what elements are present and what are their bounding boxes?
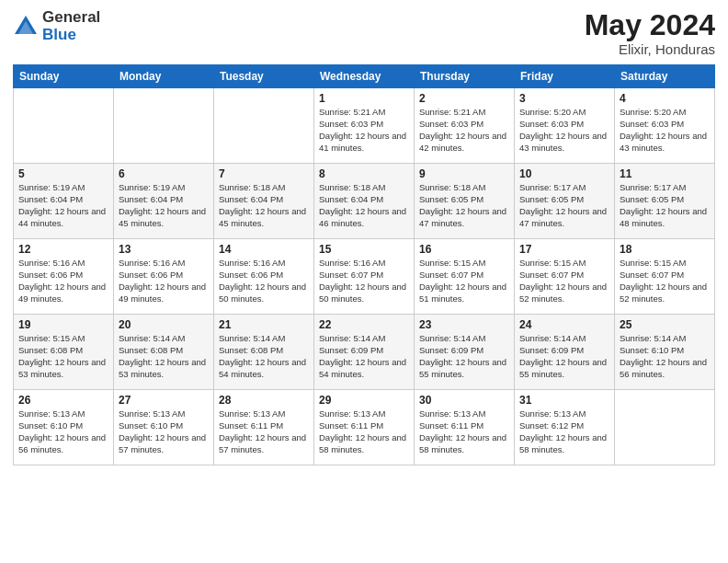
day-info: Sunrise: 5:14 AM Sunset: 6:09 PM Dayligh…	[419, 333, 509, 380]
day-number: 31	[519, 394, 609, 407]
day-info: Sunrise: 5:15 AM Sunset: 6:07 PM Dayligh…	[519, 258, 609, 304]
day-info: Sunrise: 5:15 AM Sunset: 6:07 PM Dayligh…	[419, 258, 509, 304]
table-row: 7Sunrise: 5:18 AM Sunset: 6:04 PM Daylig…	[214, 164, 314, 239]
table-row: 14Sunrise: 5:16 AM Sunset: 6:06 PM Dayli…	[214, 239, 314, 315]
day-info: Sunrise: 5:18 AM Sunset: 6:05 PM Dayligh…	[419, 182, 509, 229]
header-monday: Monday	[114, 65, 214, 88]
table-row: 24Sunrise: 5:14 AM Sunset: 6:09 PM Dayli…	[515, 315, 615, 390]
day-number: 12	[18, 243, 108, 256]
day-number: 30	[419, 394, 509, 407]
title-month: May 2024	[585, 9, 715, 41]
table-row: 8Sunrise: 5:18 AM Sunset: 6:04 PM Daylig…	[314, 164, 415, 239]
day-info: Sunrise: 5:15 AM Sunset: 6:08 PM Dayligh…	[18, 333, 108, 380]
table-row: 1Sunrise: 5:21 AM Sunset: 6:03 PM Daylig…	[314, 88, 415, 164]
logo-blue: Blue	[42, 27, 100, 44]
header-tuesday: Tuesday	[214, 65, 314, 88]
day-info: Sunrise: 5:20 AM Sunset: 6:03 PM Dayligh…	[519, 107, 609, 154]
table-row: 16Sunrise: 5:15 AM Sunset: 6:07 PM Dayli…	[415, 239, 515, 315]
day-number: 13	[119, 243, 209, 256]
table-row: 17Sunrise: 5:15 AM Sunset: 6:07 PM Dayli…	[515, 239, 615, 315]
table-row: 18Sunrise: 5:15 AM Sunset: 6:07 PM Dayli…	[615, 239, 715, 315]
table-row	[214, 88, 314, 164]
day-info: Sunrise: 5:18 AM Sunset: 6:04 PM Dayligh…	[219, 182, 309, 229]
title-block: May 2024 Elixir, Honduras	[585, 9, 715, 57]
day-number: 26	[18, 394, 108, 407]
title-location: Elixir, Honduras	[585, 41, 715, 57]
calendar-week-row: 12Sunrise: 5:16 AM Sunset: 6:06 PM Dayli…	[14, 239, 715, 315]
table-row	[615, 390, 715, 465]
table-row: 2Sunrise: 5:21 AM Sunset: 6:03 PM Daylig…	[415, 88, 515, 164]
table-row: 4Sunrise: 5:20 AM Sunset: 6:03 PM Daylig…	[615, 88, 715, 164]
day-number: 3	[519, 92, 609, 105]
header-saturday: Saturday	[615, 65, 715, 88]
table-row: 25Sunrise: 5:14 AM Sunset: 6:10 PM Dayli…	[615, 315, 715, 390]
day-info: Sunrise: 5:14 AM Sunset: 6:08 PM Dayligh…	[219, 333, 309, 380]
header-friday: Friday	[515, 65, 615, 88]
header-wednesday: Wednesday	[314, 65, 415, 88]
calendar-week-row: 1Sunrise: 5:21 AM Sunset: 6:03 PM Daylig…	[14, 88, 715, 164]
table-row: 30Sunrise: 5:13 AM Sunset: 6:11 PM Dayli…	[415, 390, 515, 465]
day-number: 1	[319, 92, 409, 105]
calendar-week-row: 5Sunrise: 5:19 AM Sunset: 6:04 PM Daylig…	[14, 164, 715, 239]
table-row: 29Sunrise: 5:13 AM Sunset: 6:11 PM Dayli…	[314, 390, 415, 465]
day-info: Sunrise: 5:16 AM Sunset: 6:06 PM Dayligh…	[119, 258, 209, 304]
day-info: Sunrise: 5:16 AM Sunset: 6:06 PM Dayligh…	[219, 258, 309, 304]
day-number: 24	[519, 318, 609, 331]
day-info: Sunrise: 5:13 AM Sunset: 6:11 PM Dayligh…	[219, 408, 309, 455]
day-info: Sunrise: 5:15 AM Sunset: 6:07 PM Dayligh…	[620, 258, 710, 304]
table-row: 28Sunrise: 5:13 AM Sunset: 6:11 PM Dayli…	[214, 390, 314, 465]
day-number: 2	[419, 92, 509, 105]
table-row: 31Sunrise: 5:13 AM Sunset: 6:12 PM Dayli…	[515, 390, 615, 465]
day-info: Sunrise: 5:20 AM Sunset: 6:03 PM Dayligh…	[620, 107, 710, 154]
day-info: Sunrise: 5:16 AM Sunset: 6:07 PM Dayligh…	[319, 258, 409, 304]
day-info: Sunrise: 5:13 AM Sunset: 6:12 PM Dayligh…	[519, 408, 609, 455]
day-number: 20	[119, 318, 209, 331]
day-info: Sunrise: 5:17 AM Sunset: 6:05 PM Dayligh…	[620, 182, 710, 229]
header-sunday: Sunday	[14, 65, 114, 88]
day-number: 25	[620, 318, 710, 331]
day-info: Sunrise: 5:21 AM Sunset: 6:03 PM Dayligh…	[319, 107, 409, 154]
table-row: 27Sunrise: 5:13 AM Sunset: 6:10 PM Dayli…	[114, 390, 214, 465]
day-info: Sunrise: 5:14 AM Sunset: 6:10 PM Dayligh…	[620, 333, 710, 380]
day-info: Sunrise: 5:14 AM Sunset: 6:09 PM Dayligh…	[319, 333, 409, 380]
table-row	[14, 88, 114, 164]
day-number: 22	[319, 318, 409, 331]
day-info: Sunrise: 5:13 AM Sunset: 6:10 PM Dayligh…	[119, 408, 209, 455]
day-number: 21	[219, 318, 309, 331]
day-number: 10	[519, 167, 609, 180]
table-row: 22Sunrise: 5:14 AM Sunset: 6:09 PM Dayli…	[314, 315, 415, 390]
day-number: 9	[419, 167, 509, 180]
header: General Blue May 2024 Elixir, Honduras	[13, 9, 715, 57]
day-info: Sunrise: 5:14 AM Sunset: 6:09 PM Dayligh…	[519, 333, 609, 380]
day-number: 19	[18, 318, 108, 331]
day-info: Sunrise: 5:18 AM Sunset: 6:04 PM Dayligh…	[319, 182, 409, 229]
day-number: 23	[419, 318, 509, 331]
day-info: Sunrise: 5:14 AM Sunset: 6:08 PM Dayligh…	[119, 333, 209, 380]
table-row: 26Sunrise: 5:13 AM Sunset: 6:10 PM Dayli…	[14, 390, 114, 465]
day-info: Sunrise: 5:13 AM Sunset: 6:10 PM Dayligh…	[18, 408, 108, 455]
weekday-header-row: Sunday Monday Tuesday Wednesday Thursday…	[14, 65, 715, 88]
day-number: 14	[219, 243, 309, 256]
day-number: 29	[319, 394, 409, 407]
day-info: Sunrise: 5:13 AM Sunset: 6:11 PM Dayligh…	[319, 408, 409, 455]
day-info: Sunrise: 5:16 AM Sunset: 6:06 PM Dayligh…	[18, 258, 108, 304]
table-row: 15Sunrise: 5:16 AM Sunset: 6:07 PM Dayli…	[314, 239, 415, 315]
day-number: 5	[18, 167, 108, 180]
calendar-week-row: 19Sunrise: 5:15 AM Sunset: 6:08 PM Dayli…	[14, 315, 715, 390]
calendar-table: Sunday Monday Tuesday Wednesday Thursday…	[13, 64, 715, 465]
day-number: 6	[119, 167, 209, 180]
day-number: 8	[319, 167, 409, 180]
logo-icon	[13, 14, 39, 40]
day-info: Sunrise: 5:19 AM Sunset: 6:04 PM Dayligh…	[18, 182, 108, 229]
day-number: 11	[620, 167, 710, 180]
header-thursday: Thursday	[415, 65, 515, 88]
logo-text: General Blue	[42, 9, 100, 43]
table-row	[114, 88, 214, 164]
calendar-week-row: 26Sunrise: 5:13 AM Sunset: 6:10 PM Dayli…	[14, 390, 715, 465]
logo: General Blue	[13, 9, 100, 43]
table-row: 13Sunrise: 5:16 AM Sunset: 6:06 PM Dayli…	[114, 239, 214, 315]
day-number: 18	[620, 243, 710, 256]
day-number: 28	[219, 394, 309, 407]
table-row: 20Sunrise: 5:14 AM Sunset: 6:08 PM Dayli…	[114, 315, 214, 390]
day-number: 4	[620, 92, 710, 105]
